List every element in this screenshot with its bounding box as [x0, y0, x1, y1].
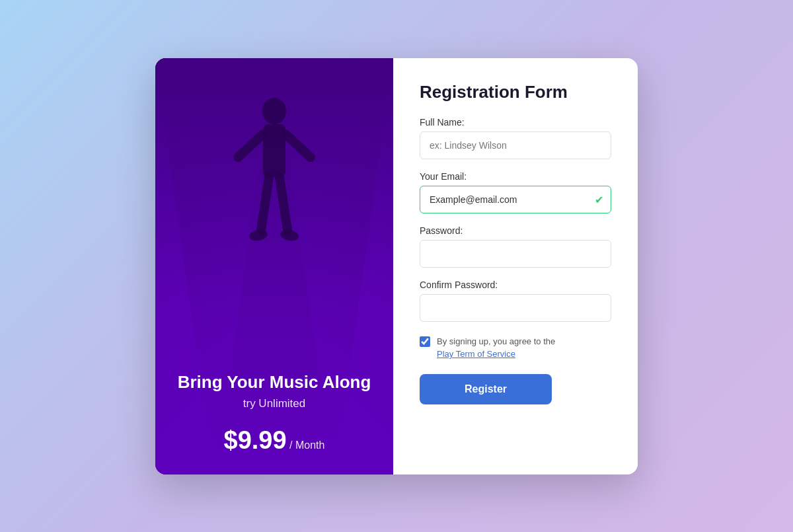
- promo-title: Bring Your Music Along: [171, 372, 377, 393]
- confirm-password-input[interactable]: [420, 294, 611, 322]
- full-name-label: Full Name:: [420, 117, 611, 128]
- terms-checkbox[interactable]: [420, 336, 430, 347]
- confirm-password-label: Confirm Password:: [420, 280, 611, 290]
- promo-price: $9.99 / Month: [171, 426, 377, 455]
- email-group: Your Email: ✔: [420, 171, 611, 213]
- full-name-group: Full Name:: [420, 117, 611, 159]
- password-group: Password:: [420, 225, 611, 268]
- terms-text: By signing up, you agree to the: [437, 336, 555, 346]
- register-button[interactable]: Register: [420, 374, 552, 404]
- registration-panel: Registration Form Full Name: Your Email:…: [393, 58, 638, 475]
- password-label: Password:: [420, 225, 611, 236]
- email-label: Your Email:: [420, 171, 611, 182]
- email-input[interactable]: [420, 186, 611, 213]
- price-amount: $9.99: [224, 426, 287, 454]
- email-valid-icon: ✔: [595, 193, 603, 206]
- terms-row: By signing up, you agree to the Play Ter…: [420, 335, 611, 360]
- email-input-wrapper: ✔: [420, 186, 611, 213]
- terms-text-container: By signing up, you agree to the Play Ter…: [437, 335, 555, 360]
- password-input[interactable]: [420, 240, 611, 268]
- full-name-input[interactable]: [420, 132, 611, 159]
- promo-subtitle: try Unlimited: [171, 397, 377, 410]
- main-card: Bring Your Music Along try Unlimited $9.…: [155, 58, 638, 475]
- promo-panel: Bring Your Music Along try Unlimited $9.…: [155, 58, 393, 475]
- terms-link[interactable]: Play Term of Service: [437, 349, 515, 359]
- promo-overlay: Bring Your Music Along try Unlimited $9.…: [155, 58, 393, 475]
- form-title: Registration Form: [420, 82, 611, 102]
- confirm-password-group: Confirm Password:: [420, 280, 611, 322]
- price-period: / Month: [289, 439, 324, 451]
